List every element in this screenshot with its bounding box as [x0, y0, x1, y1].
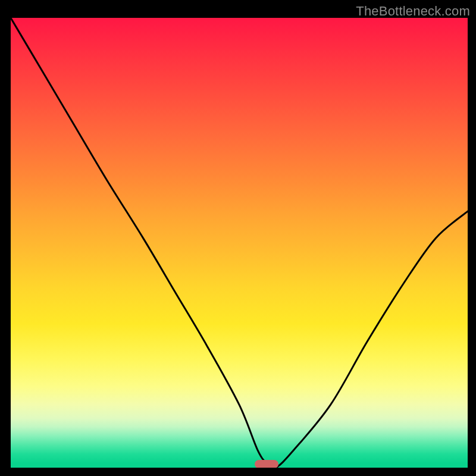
bottleneck-curve [11, 18, 468, 468]
optimal-marker [255, 460, 278, 468]
watermark-label: TheBottleneck.com [356, 4, 470, 19]
chart-container: TheBottleneck.com [0, 0, 476, 476]
plot-area [11, 18, 468, 468]
